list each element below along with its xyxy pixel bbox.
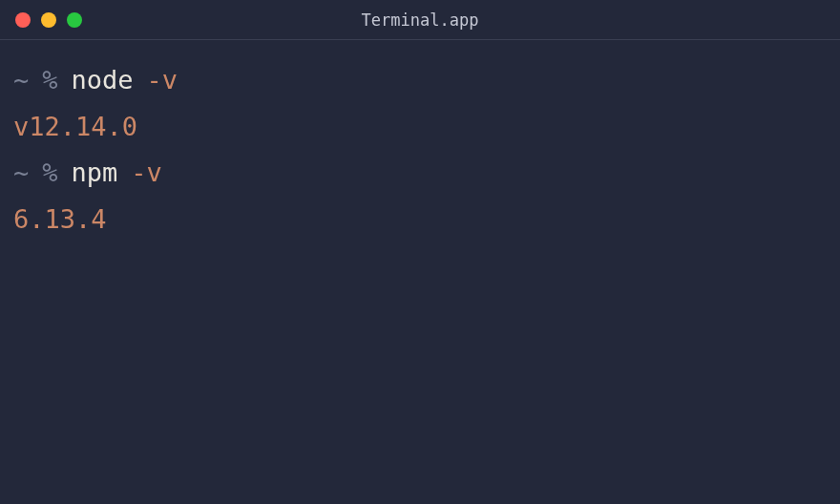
prompt-symbol: % [42,57,57,104]
maximize-button[interactable] [67,12,82,28]
prompt-path: ~ [13,57,29,104]
command-text: node [72,57,134,104]
terminal-window: Terminal.app ~ % node -v v12.14.0 ~ % np… [0,0,840,504]
prompt-path: ~ [13,150,29,197]
titlebar: Terminal.app [0,0,840,40]
minimize-button[interactable] [41,12,56,28]
traffic-lights [15,12,82,28]
terminal-line: 6.13.4 [13,197,827,243]
terminal-line: ~ % node -v [13,57,827,104]
command-output: v12.14.0 [13,104,137,151]
command-output: 6.13.4 [13,197,107,243]
terminal-line: v12.14.0 [13,104,827,151]
close-button[interactable] [15,12,31,28]
window-title: Terminal.app [362,10,479,30]
command-flag: -v [147,57,178,104]
command-text: npm [72,150,118,197]
command-flag: -v [131,150,162,197]
terminal-body[interactable]: ~ % node -v v12.14.0 ~ % npm -v 6.13.4 [0,40,840,504]
terminal-line: ~ % npm -v [13,150,827,197]
prompt-symbol: % [42,150,57,197]
